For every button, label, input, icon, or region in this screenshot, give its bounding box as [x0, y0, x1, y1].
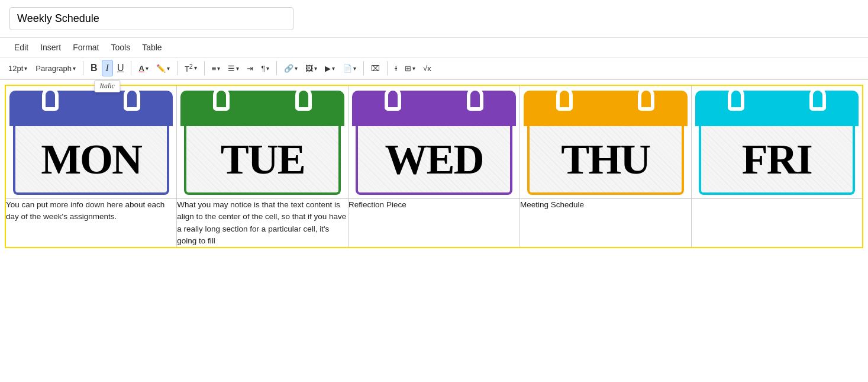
image-button[interactable]: 🖼 ▾: [302, 62, 321, 75]
cal-day-fri: FRI: [742, 138, 812, 181]
cal-ring-fri-right: [809, 91, 826, 111]
cal-ring-thu-right: [638, 91, 654, 111]
cal-container-mon: MON: [6, 86, 176, 198]
table-insert-button[interactable]: ⊞ ▾: [401, 62, 419, 75]
table-cell-wed-info[interactable]: Reflection Piece: [349, 199, 520, 248]
font-color-caret: ▾: [146, 65, 149, 72]
strikethrough-icon: I: [395, 64, 397, 73]
table-cell-tue-info[interactable]: What you may notice is that the text con…: [177, 199, 349, 248]
indent-button[interactable]: ⇥: [243, 62, 257, 75]
cal-ring-wed-left: [385, 91, 401, 111]
cal-top-wed: [352, 91, 516, 126]
table-cell-mon-cal: MON: [5, 85, 177, 199]
link-icon: 🔗: [284, 64, 293, 73]
cal-ring-wed-right: [467, 91, 483, 111]
menu-tools[interactable]: Tools: [106, 40, 135, 54]
strikethrough-button[interactable]: I: [391, 62, 401, 75]
media-icon: ▶: [325, 64, 331, 73]
cal-container-tue: TUE: [177, 86, 348, 198]
template-caret: ▾: [353, 65, 356, 72]
bidi-icon: ¶: [261, 64, 265, 73]
paragraph-style-selector[interactable]: Paragraph ▾: [32, 62, 79, 75]
paragraph-style-group: Paragraph ▾: [32, 62, 79, 75]
cal-ring-thu-left: [556, 91, 573, 111]
sep-6: [363, 61, 364, 75]
calendar-row: MON TUE: [5, 85, 863, 199]
formula-icon: √x: [423, 64, 431, 73]
font-size-group: 12pt ▾: [5, 62, 31, 75]
cal-ring-fri-left: [728, 91, 744, 111]
clearformat-button[interactable]: ⌧: [367, 62, 383, 75]
cal-card-thu: THU: [524, 91, 688, 198]
sep-1: [83, 61, 83, 75]
document-title-input[interactable]: [9, 7, 293, 30]
font-color-group: A ▾ ✏️ ▾: [135, 62, 173, 75]
menu-bar: Edit Insert Format Tools Table: [0, 38, 868, 57]
table-caret: ▾: [412, 65, 415, 72]
cal-top-mon: [9, 91, 173, 126]
editor-area[interactable]: MON TUE: [0, 80, 868, 382]
cal-card-mon: MON: [9, 91, 173, 198]
cal-day-mon: MON: [41, 138, 141, 181]
app-container: Edit Insert Format Tools Table 12pt ▾ Pa…: [0, 0, 868, 382]
link-button[interactable]: 🔗 ▾: [280, 62, 301, 75]
table-cell-thu-info[interactable]: Meeting Schedule: [519, 199, 691, 248]
cal-body-mon: MON: [13, 126, 169, 195]
cal-ring-tue-right: [295, 91, 312, 111]
bidi-caret: ▾: [266, 65, 269, 72]
menu-insert[interactable]: Insert: [36, 40, 66, 54]
table-cell-fri-info[interactable]: [691, 199, 863, 248]
template-button[interactable]: 📄 ▾: [339, 62, 360, 75]
bold-button[interactable]: B: [87, 60, 101, 76]
cal-day-thu: THU: [561, 138, 650, 181]
mon-info-text: You can put more info down here about ea…: [6, 200, 164, 221]
font-color-button[interactable]: A ▾: [135, 62, 151, 75]
cal-body-fri: FRI: [699, 126, 855, 195]
superscript-button[interactable]: T2 ▾: [181, 60, 201, 76]
cal-top-thu: [524, 91, 688, 126]
highlight-icon: ✏️: [156, 64, 166, 73]
font-color-icon: A: [138, 64, 144, 73]
schedule-table: MON TUE: [5, 85, 863, 248]
table-cell-mon-info[interactable]: You can put more info down here about ea…: [5, 199, 177, 248]
cal-body-tue: TUE: [184, 126, 341, 195]
align-icon: ≡: [212, 64, 217, 73]
align-button[interactable]: ≡ ▾: [208, 62, 224, 75]
cal-day-tue: TUE: [221, 138, 305, 181]
cal-ring-tue-left: [213, 91, 230, 111]
cal-container-thu: THU: [520, 86, 691, 198]
table-cell-fri-cal: FRI: [691, 85, 863, 199]
link-caret: ▾: [295, 65, 298, 72]
underline-button[interactable]: U: [114, 60, 128, 76]
cal-top-tue: [180, 91, 344, 126]
cal-container-wed: WED: [349, 86, 519, 198]
indent-icon: ⇥: [247, 64, 253, 73]
superscript-icon: T2: [185, 63, 193, 73]
bidi-button[interactable]: ¶ ▾: [257, 62, 273, 75]
font-size-selector[interactable]: 12pt ▾: [5, 62, 31, 75]
table-cell-tue-cal: TUE: [177, 85, 349, 199]
table-cell-thu-cal: THU: [519, 85, 691, 199]
font-size-caret: ▾: [24, 65, 27, 72]
formula-button[interactable]: √x: [420, 62, 435, 75]
template-icon: 📄: [343, 64, 352, 73]
media-button[interactable]: ▶ ▾: [321, 62, 338, 75]
cal-container-fri: FRI: [692, 86, 862, 198]
menu-edit[interactable]: Edit: [9, 40, 33, 54]
sep-3: [177, 61, 178, 75]
clearformat-icon: ⌧: [371, 64, 380, 73]
cal-card-tue: TUE: [180, 91, 344, 198]
italic-button[interactable]: I Italic: [102, 60, 113, 76]
title-bar: [0, 0, 868, 38]
list-button[interactable]: ☰ ▾: [224, 62, 243, 75]
highlight-caret: ▾: [167, 65, 170, 72]
toolbar: 12pt ▾ Paragraph ▾ B I Italic U: [0, 57, 868, 80]
menu-table[interactable]: Table: [137, 40, 166, 54]
italic-tooltip: Italic: [95, 80, 120, 92]
highlight-button[interactable]: ✏️ ▾: [153, 62, 173, 75]
align-caret: ▾: [217, 65, 220, 72]
extra-group: I ⊞ ▾ √x: [391, 62, 434, 75]
superscript-caret: ▾: [194, 65, 197, 71]
cal-ring-mon-left: [42, 91, 59, 111]
menu-format[interactable]: Format: [68, 40, 104, 54]
